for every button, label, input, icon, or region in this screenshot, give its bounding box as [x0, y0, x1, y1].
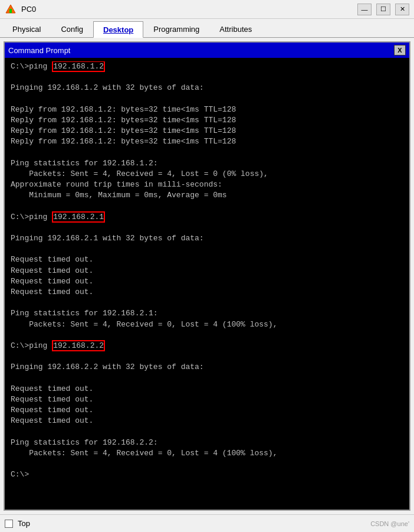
terminal-line: [11, 426, 403, 437]
terminal-line: Request timed out.: [11, 266, 403, 276]
tab-desktop[interactable]: Desktop: [93, 21, 143, 38]
minimize-button[interactable]: —: [357, 4, 372, 15]
top-label: Top: [18, 519, 30, 528]
terminal-line: [11, 244, 403, 254]
app-title: PC0: [21, 5, 357, 14]
terminal-line: [11, 148, 403, 158]
terminal-line: [11, 72, 403, 83]
tab-attributes[interactable]: Attributes: [209, 21, 262, 37]
terminal-line: Reply from 192.168.1.2: bytes=32 time<1m…: [11, 126, 403, 136]
terminal-line: C:\>: [11, 469, 403, 480]
cmd-window: Command Prompt X C:\>ping 192.168.1.2 Pi…: [4, 41, 410, 511]
cmd-title: Command Prompt: [8, 46, 70, 55]
tab-config[interactable]: Config: [51, 21, 93, 37]
terminal-line: [11, 330, 403, 341]
terminal-line: C:\>ping 192.168.2.2: [11, 341, 403, 351]
terminal-line: Pinging 192.168.2.2 with 32 bytes of dat…: [11, 362, 403, 373]
terminal-line: Request timed out.: [11, 384, 403, 394]
cmd-title-bar: Command Prompt X: [5, 43, 409, 58]
title-bar: PC0 — ☐ ✕: [0, 0, 414, 19]
tab-bar: Physical Config Desktop Programming Attr…: [0, 19, 414, 38]
terminal-line: [11, 351, 403, 362]
terminal-line: [11, 223, 403, 233]
terminal-line: Ping statistics for 192.168.1.2:: [11, 158, 403, 169]
terminal-line: Request timed out.: [11, 287, 403, 298]
terminal-line: Minimum = 0ms, Maximum = 0ms, Average = …: [11, 190, 403, 201]
terminal-line: [11, 201, 403, 211]
terminal-line: [11, 94, 403, 105]
terminal-line: C:\>ping 192.168.1.2: [11, 61, 403, 72]
terminal-line: Ping statistics for 192.168.2.2:: [11, 438, 403, 448]
terminal-line: Pinging 192.168.2.1 with 32 bytes of dat…: [11, 233, 403, 244]
window-controls: — ☐ ✕: [357, 4, 409, 15]
main-content: Command Prompt X C:\>ping 192.168.1.2 Pi…: [0, 38, 414, 514]
terminal-line: Reply from 192.168.1.2: bytes=32 time<1m…: [11, 105, 403, 115]
watermark: CSDN @une': [370, 520, 409, 527]
terminal-line: Ping statistics for 192.168.2.1:: [11, 308, 403, 319]
terminal-line: [11, 459, 403, 469]
terminal-line: Reply from 192.168.1.2: bytes=32 time<1m…: [11, 136, 403, 147]
close-window-button[interactable]: ✕: [395, 4, 409, 15]
terminal-line: Request timed out.: [11, 416, 403, 426]
maximize-button[interactable]: ☐: [376, 4, 390, 15]
terminal-line: Pinging 192.168.1.2 with 32 bytes of dat…: [11, 83, 403, 93]
terminal-line: Packets: Sent = 4, Received = 0, Lost = …: [11, 319, 403, 330]
cmd-body[interactable]: C:\>ping 192.168.1.2 Pinging 192.168.1.2…: [5, 58, 409, 510]
terminal-line: Packets: Sent = 4, Received = 4, Lost = …: [11, 169, 403, 179]
cmd-close-button[interactable]: X: [394, 45, 406, 56]
terminal-line: Request timed out.: [11, 394, 403, 405]
terminal-line: Request timed out.: [11, 276, 403, 287]
svg-rect-1: [9, 9, 12, 13]
app-logo: [5, 4, 17, 15]
terminal-line: Request timed out.: [11, 405, 403, 416]
terminal-line: [11, 298, 403, 308]
top-checkbox[interactable]: [5, 520, 13, 528]
terminal-line: Request timed out.: [11, 254, 403, 265]
terminal-line: Approximate round trip times in milli-se…: [11, 179, 403, 190]
terminal-line: Reply from 192.168.1.2: bytes=32 time<1m…: [11, 115, 403, 126]
tab-physical[interactable]: Physical: [2, 21, 51, 37]
terminal-line: C:\>ping 192.168.2.1: [11, 212, 403, 223]
cmd-content: C:\>ping 192.168.1.2 Pinging 192.168.1.2…: [11, 61, 403, 506]
tab-programming[interactable]: Programming: [143, 21, 209, 37]
terminal-line: [11, 373, 403, 383]
terminal-line: Packets: Sent = 4, Received = 0, Lost = …: [11, 448, 403, 459]
bottom-bar: Top CSDN @une': [0, 514, 414, 532]
